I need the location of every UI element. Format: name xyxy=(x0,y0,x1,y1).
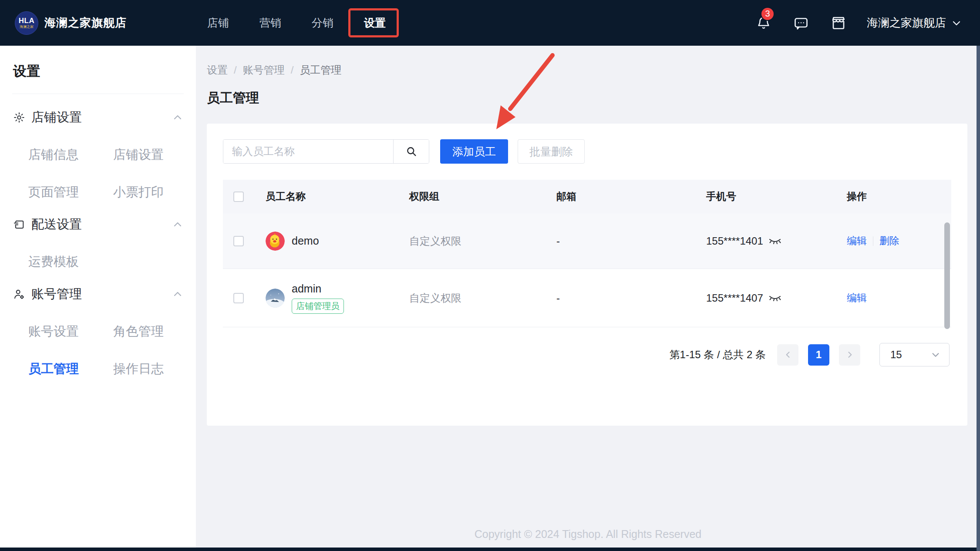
chat-bubble-icon xyxy=(793,15,809,31)
table-row: admin 店铺管理员 自定义权限 - 155****1407 编辑 xyxy=(223,269,951,327)
action-divider xyxy=(873,236,873,246)
permission-cell: 自定义权限 xyxy=(409,234,556,248)
delete-link[interactable]: 删除 xyxy=(879,234,899,248)
phone-cell: 155****1401 xyxy=(706,235,847,247)
name-and-tag: admin 店铺管理员 xyxy=(292,282,344,314)
search-input[interactable] xyxy=(223,140,393,163)
edit-link[interactable]: 编辑 xyxy=(847,291,867,305)
select-all-checkbox[interactable] xyxy=(233,192,244,202)
sidebar-item-receipt-print[interactable]: 小票打印 xyxy=(113,184,183,201)
chick-avatar-image xyxy=(266,232,285,251)
search-icon xyxy=(405,145,418,158)
sidebar-item-shop-info[interactable]: 店铺信息 xyxy=(28,146,98,164)
brand-name: 海澜之家旗舰店 xyxy=(44,0,127,46)
table-row: demo 自定义权限 - 155****1401 编辑 删除 xyxy=(223,213,951,269)
column-header-actions: 操作 xyxy=(847,190,951,203)
actions-cell: 编辑 xyxy=(847,291,951,305)
sidebar-group-label: 店铺设置 xyxy=(31,109,166,126)
table-toolbar: 添加员工 批量删除 xyxy=(223,139,951,164)
main-content: 设置 / 账号管理 / 员工管理 员工管理 添加员工 批量删除 xyxy=(196,46,980,548)
column-header-email: 邮箱 xyxy=(556,190,706,203)
add-employee-button[interactable]: 添加员工 xyxy=(440,139,508,164)
notification-badge: 3 xyxy=(761,7,775,21)
navbar-right: 3 海澜之家旗舰店 xyxy=(754,0,962,46)
row-checkbox[interactable] xyxy=(233,236,244,246)
table-scrollbar-thumb[interactable] xyxy=(944,222,950,329)
sidebar-group-shop-settings[interactable]: 店铺设置 xyxy=(13,109,183,126)
row-checkbox-cell xyxy=(223,236,266,246)
account-icon xyxy=(13,288,25,300)
search-button[interactable] xyxy=(393,140,429,163)
header-checkbox-cell xyxy=(223,192,266,202)
snow-avatar-image xyxy=(266,289,285,308)
column-header-name: 员工名称 xyxy=(266,190,409,203)
copyright-footer: Copyright © 2024 Tigshop. All Rights Res… xyxy=(196,528,980,541)
column-header-phone: 手机号 xyxy=(706,190,847,203)
sidebar-item-shop-settings[interactable]: 店铺设置 xyxy=(113,146,183,164)
sidebar-item-operation-log[interactable]: 操作日志 xyxy=(113,360,183,378)
pagination-summary: 第1-15 条 / 总共 2 条 xyxy=(670,348,766,362)
breadcrumb-separator: / xyxy=(291,64,294,76)
prev-page-button[interactable] xyxy=(777,344,798,366)
edit-link[interactable]: 编辑 xyxy=(847,234,867,248)
page-size-select[interactable]: 15 xyxy=(879,343,950,366)
brand-logo: HLA 海澜之家 xyxy=(15,11,38,35)
nav-item-shop[interactable]: 店铺 xyxy=(206,16,230,30)
shop-switcher-label: 海澜之家旗舰店 xyxy=(867,15,946,30)
breadcrumb: 设置 / 账号管理 / 员工管理 xyxy=(207,63,967,77)
phone-number: 155****1401 xyxy=(706,235,763,247)
permission-cell: 自定义权限 xyxy=(409,291,556,305)
nav-item-distribution[interactable]: 分销 xyxy=(310,16,335,30)
nav-item-settings[interactable]: 设置 xyxy=(363,16,387,30)
chevron-up-icon xyxy=(172,112,183,123)
eye-closed-icon[interactable] xyxy=(768,237,781,245)
sidebar-item-freight-template[interactable]: 运费模板 xyxy=(28,253,111,271)
breadcrumb-settings[interactable]: 设置 xyxy=(207,63,228,77)
eye-closed-icon[interactable] xyxy=(768,294,781,302)
chevron-up-icon xyxy=(172,289,183,299)
sidebar-divider xyxy=(12,94,184,94)
page-size-value: 15 xyxy=(890,349,902,361)
gear-icon xyxy=(13,111,25,124)
messages-icon-button[interactable] xyxy=(792,14,810,32)
nav-item-marketing[interactable]: 营销 xyxy=(258,16,283,30)
sidebar-group-delivery-settings[interactable]: 配送设置 xyxy=(13,216,183,233)
sidebar-item-employee-manage[interactable]: 员工管理 xyxy=(28,360,98,378)
search-box xyxy=(223,139,429,164)
employee-card: 添加员工 批量删除 员工名称 权限组 邮箱 手机号 操作 xyxy=(207,124,967,426)
avatar xyxy=(266,232,285,251)
sidebar-subrow: 店铺信息 店铺设置 xyxy=(13,146,183,164)
next-page-button[interactable] xyxy=(839,344,860,366)
shop-switcher[interactable]: 海澜之家旗舰店 xyxy=(867,15,962,30)
sidebar-group-account-manage[interactable]: 账号管理 xyxy=(13,286,183,303)
row-checkbox[interactable] xyxy=(233,293,244,303)
logo-text: HLA xyxy=(19,17,34,25)
sidebar-item-account-settings[interactable]: 账号设置 xyxy=(28,323,98,340)
phone-cell: 155****1407 xyxy=(706,292,847,304)
sidebar-title: 设置 xyxy=(13,62,183,81)
chevron-left-icon xyxy=(784,350,792,359)
phone-number: 155****1407 xyxy=(706,292,763,304)
breadcrumb-account-manage[interactable]: 账号管理 xyxy=(243,63,285,77)
pagination-bar: 第1-15 条 / 总共 2 条 1 15 xyxy=(223,343,951,366)
notification-bell-icon[interactable]: 3 xyxy=(754,14,773,32)
sidebar-item-page-manage[interactable]: 页面管理 xyxy=(28,184,98,201)
sidebar-subrow: 页面管理 小票打印 xyxy=(13,184,183,201)
page-number-button[interactable]: 1 xyxy=(808,344,829,366)
bottom-edge-strip xyxy=(0,548,980,551)
avatar xyxy=(266,289,285,308)
sidebar-item-role-manage[interactable]: 角色管理 xyxy=(113,323,183,340)
sidebar-subrow: 员工管理 操作日志 xyxy=(13,360,183,378)
store-icon xyxy=(831,15,846,31)
role-tag: 店铺管理员 xyxy=(292,299,344,314)
batch-delete-button[interactable]: 批量删除 xyxy=(518,139,585,164)
breadcrumb-separator: / xyxy=(234,64,237,76)
employee-name-cell: admin 店铺管理员 xyxy=(266,282,409,314)
employee-name-cell: demo xyxy=(266,232,409,251)
breadcrumb-current: 员工管理 xyxy=(300,63,341,77)
sidebar-subrow: 运费模板 xyxy=(13,253,183,271)
column-header-permission: 权限组 xyxy=(409,190,556,203)
storefront-icon-button[interactable] xyxy=(829,14,848,32)
employee-name: demo xyxy=(292,235,319,247)
window-scrollbar[interactable] xyxy=(977,46,980,551)
